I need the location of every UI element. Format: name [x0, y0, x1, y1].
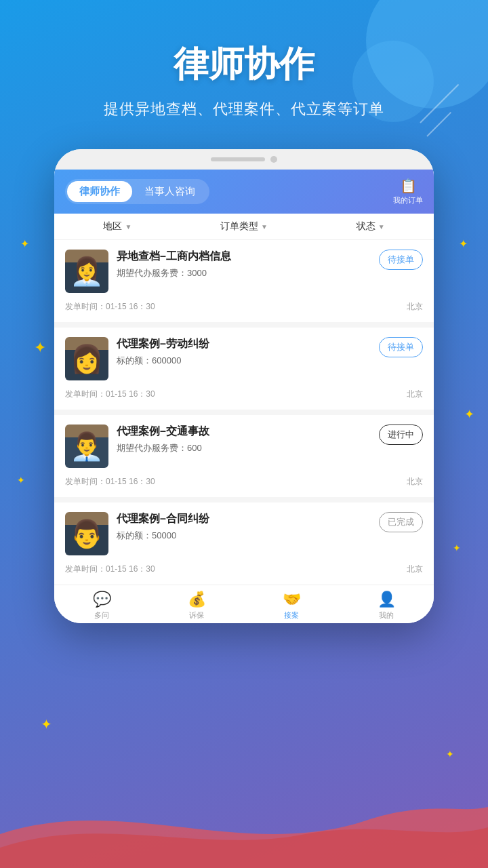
status-badge[interactable]: 进行中: [379, 425, 423, 445]
tab-group: 律师协作 当事人咨询: [65, 179, 209, 204]
table-row[interactable]: 👨‍💼 代理案例–交通事故 期望代办服务费：600 进行中 发单时间：01-15…: [54, 415, 434, 502]
nav-item-profile[interactable]: 👤 我的: [339, 591, 434, 620]
tab-client-consult[interactable]: 当事人咨询: [132, 181, 207, 202]
filter-region[interactable]: 地区 ▼: [54, 220, 181, 233]
table-row[interactable]: 👩 代理案例–劳动纠纷 标的额：600000 待接单 发单时间：01-15 16…: [54, 328, 434, 415]
order-info: 异地查档–工商内档信息 期望代办服务费：3000: [117, 250, 371, 279]
ask-icon: 💬: [93, 591, 111, 608]
filter-bar: 地区 ▼ 订单类型 ▼ 状态 ▼: [54, 214, 434, 240]
order-location: 北京: [407, 564, 423, 575]
status-badge[interactable]: 已完成: [379, 512, 423, 532]
chevron-down-icon: ▼: [378, 223, 385, 231]
profile-icon: 👤: [378, 591, 396, 608]
order-time: 发单时间：01-15 16：30: [65, 301, 155, 313]
filter-order-type[interactable]: 订单类型 ▼: [181, 220, 308, 233]
order-status[interactable]: 待接单: [379, 337, 423, 357]
my-orders-button[interactable]: 📋 我的订单: [393, 178, 423, 205]
orders-icon: 📋: [400, 178, 417, 194]
order-detail: 标的额：600000: [117, 355, 371, 367]
order-status[interactable]: 进行中: [379, 425, 423, 445]
nav-label-lawsuit: 诉保: [189, 610, 204, 620]
order-info: 代理案例–劳动纠纷 标的额：600000: [117, 337, 371, 367]
table-row[interactable]: 👩‍💼 异地查档–工商内档信息 期望代办服务费：3000 待接单 发单时间：01…: [54, 240, 434, 328]
chevron-down-icon: ▼: [125, 223, 131, 231]
nav-label-profile: 我的: [379, 610, 394, 620]
avatar: 👨‍💼: [65, 425, 108, 468]
order-time: 发单时间：01-15 16：30: [65, 389, 155, 400]
status-badge[interactable]: 待接单: [379, 250, 423, 270]
status-badge[interactable]: 待接单: [379, 337, 423, 357]
lawsuit-icon: 💰: [188, 591, 206, 608]
app-header: 律师协作 当事人咨询 📋 我的订单: [54, 170, 434, 214]
filter-status[interactable]: 状态 ▼: [307, 220, 434, 233]
avatar: 👩‍💼: [65, 250, 108, 293]
order-detail: 期望代办服务费：600: [117, 442, 371, 454]
order-time: 发单时间：01-15 16：30: [65, 564, 155, 575]
avatar: 👩: [65, 337, 108, 380]
tab-lawyer-collab[interactable]: 律师协作: [67, 181, 132, 202]
order-title: 代理案例–合同纠纷: [117, 512, 371, 526]
order-status[interactable]: 待接单: [379, 250, 423, 270]
order-title: 代理案例–交通事故: [117, 425, 371, 439]
accept-case-icon: 🤝: [283, 591, 301, 608]
nav-label-accept-case: 接案: [284, 610, 299, 620]
order-location: 北京: [407, 301, 423, 313]
order-info: 代理案例–交通事故 期望代办服务费：600: [117, 425, 371, 454]
nav-item-accept-case[interactable]: 🤝 接案: [244, 591, 339, 620]
nav-item-ask[interactable]: 💬 多问: [54, 591, 149, 620]
order-location: 北京: [407, 389, 423, 400]
bottom-nav: 💬 多问 💰 诉保 🤝 接案 👤 我的: [54, 585, 434, 623]
order-info: 代理案例–合同纠纷 标的额：50000: [117, 512, 371, 542]
order-list: 👩‍💼 异地查档–工商内档信息 期望代办服务费：3000 待接单 发单时间：01…: [54, 240, 434, 585]
page-title: 律师协作: [0, 41, 488, 88]
phone-mockup: 律师协作 当事人咨询 📋 我的订单 地区 ▼ 订单类型 ▼ 状态 ▼: [54, 149, 434, 623]
phone-notch: [54, 149, 434, 170]
order-location: 北京: [407, 476, 423, 488]
page-subtitle: 提供异地查档、代理案件、代立案等订单: [0, 99, 488, 119]
order-time: 发单时间：01-15 16：30: [65, 476, 155, 488]
avatar: 👨: [65, 512, 108, 555]
nav-label-ask: 多问: [94, 610, 109, 620]
order-status[interactable]: 已完成: [379, 512, 423, 532]
order-detail: 期望代办服务费：3000: [117, 267, 371, 279]
order-detail: 标的额：50000: [117, 530, 371, 542]
table-row[interactable]: 👨 代理案例–合同纠纷 标的额：50000 已完成 发单时间：01-15 16：…: [54, 502, 434, 585]
nav-item-lawsuit[interactable]: 💰 诉保: [149, 591, 244, 620]
order-title: 异地查档–工商内档信息: [117, 250, 371, 264]
my-orders-label: 我的订单: [393, 195, 423, 205]
order-title: 代理案例–劳动纠纷: [117, 337, 371, 351]
chevron-down-icon: ▼: [261, 223, 268, 231]
